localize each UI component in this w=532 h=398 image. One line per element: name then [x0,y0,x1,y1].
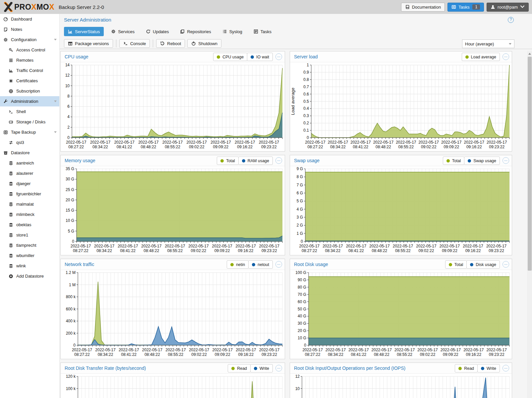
sidebar-item-wbumiller[interactable]: wbumiller [0,250,59,261]
svg-text:12: 12 [65,73,70,78]
package-versions-button[interactable]: Package versions [64,39,113,48]
sidebar-item-malmalat[interactable]: malmalat [0,199,59,209]
sidebar-item-fgruenbichler[interactable]: fgruenbichler [0,189,59,199]
svg-text:08:48:22: 08:48:22 [145,352,160,357]
collapse-panel-icon[interactable] [275,365,282,371]
sidebar-item-add-datastore[interactable]: Add Datastore [0,271,59,281]
legend-cpu-usage[interactable]: CPU usage [213,53,247,61]
sidebar-item-label: Storage / Disks [16,119,45,124]
sidebar-item-wlink[interactable]: wlink [0,261,59,271]
reboot-button[interactable]: Reboot [156,39,185,48]
svg-text:09:16:22: 09:16:22 [238,248,254,253]
sidebar-item-label: wlink [16,263,26,268]
panel-title-root-disk-iops: Root Disk Input/Output Operations per Se… [294,365,405,371]
collapse-panel-icon[interactable] [275,53,282,60]
svg-text:08:34:22: 08:34:22 [328,352,343,357]
brand-part: X [31,3,36,11]
panel-cpu-usage: CPU usageCPU usageIO wait141210864202022… [60,51,285,152]
sidebar-item-label: Tape Backup [11,130,36,135]
tab-tasks[interactable]: Tasks [250,27,275,36]
legend-total[interactable]: Total [443,157,464,165]
sidebar-item-shell[interactable]: Shell [0,106,59,117]
tasks-button[interactable]: Tasks 1 [447,3,484,12]
tab-syslog[interactable]: Syslog [218,27,246,36]
user-menu-button[interactable]: root@pam [487,3,529,12]
tab-services[interactable]: Services [107,27,139,36]
sidebar-item-aantreich[interactable]: aantreich [0,158,59,168]
sidebar-item-notes[interactable]: Notes [0,24,59,34]
tab-serverstatus[interactable]: ServerStatus [64,27,104,36]
shell-icon [9,109,13,114]
charts-grid: CPU usageCPU usageIO wait141210864202022… [60,51,512,398]
svg-text:2022-05-17: 2022-05-17 [487,140,507,145]
svg-text:2022-05-17: 2022-05-17 [325,348,346,352]
toolbar-separator [116,39,116,47]
console-button[interactable]: Console [119,39,150,48]
product-version: Backup Server 2.2-0 [59,4,104,10]
legend-read[interactable]: Read [455,364,478,372]
sidebar-item-dashboard[interactable]: Dashboard [0,14,59,24]
sidebar-item-datastore[interactable]: Datastore [0,148,59,158]
sidebar-item-configuration[interactable]: Configuration [0,34,59,45]
sidebar-item-store1[interactable]: store1 [0,230,59,240]
svg-text:9 G: 9 G [297,166,303,171]
collapse-panel-icon[interactable] [275,157,282,164]
legend-load-average[interactable]: Load average [462,53,500,61]
tab-bar: ServerStatusServicesUpdatesRepositoriesS… [64,27,275,36]
administration-icon [3,99,8,104]
legend-ram-usage[interactable]: RAM usage [238,157,273,165]
svg-text:08:55:22: 08:55:22 [395,248,411,253]
sidebar-item-alauterer[interactable]: alauterer [0,168,59,178]
collapse-panel-icon[interactable] [502,53,509,60]
sidebar-item-mlimbeck[interactable]: mlimbeck [0,209,59,220]
sidebar-item-label: Configuration [11,37,36,42]
legend-netin[interactable]: netin [227,260,249,269]
shutdown-button[interactable]: Shutdown [187,39,221,48]
sidebar-item-traffic-control[interactable]: Traffic Control [0,65,59,76]
svg-text:80 G: 80 G [298,285,306,290]
scrollbar[interactable] [527,51,532,398]
sidebar-item-djaeger[interactable]: djaeger [0,178,59,189]
sidebar-item-qsl3[interactable]: qsl3 [0,137,59,148]
legend-dot-icon [470,263,473,266]
sidebar-item-obektas[interactable]: obektas [0,220,59,230]
documentation-button[interactable]: Documentation [401,3,445,12]
legend-dot-icon [217,55,220,59]
sidebar-item-remotes[interactable]: Remotes [0,55,59,65]
tab-updates[interactable]: Updates [142,27,173,36]
svg-text:2022-05-17: 2022-05-17 [328,140,348,145]
sidebar-item-storage-disks[interactable]: Storage / Disks [0,117,59,127]
scrollbar-thumb[interactable] [528,57,532,271]
collapse-panel-icon[interactable] [502,261,509,268]
sidebar-item-administration[interactable]: Administration [0,96,59,106]
sidebar-item-label: Dashboard [11,17,32,22]
legend-dot-icon [446,159,450,163]
tab-repositories[interactable]: Repositories [176,27,215,36]
user-label: root@pam [498,5,518,10]
collapse-panel-icon[interactable] [502,365,509,371]
sidebar-item-access-control[interactable]: Access Control [0,45,59,55]
legend-swap-usage[interactable]: Swap usage [464,157,500,165]
legend-write[interactable]: Write [477,364,500,372]
sidebar-item-tlamprecht[interactable]: tlamprecht [0,240,59,250]
help-icon[interactable]: ? [508,17,514,23]
svg-text:800 k: 800 k [66,295,76,299]
collapse-panel-icon[interactable] [275,261,282,268]
legend-label: Write [487,366,496,371]
scroll-up-arrow[interactable] [528,53,531,55]
legend-disk-usage[interactable]: Disk usage [466,260,500,269]
svg-text:2022-05-17: 2022-05-17 [348,348,369,352]
svg-text:2022-05-17: 2022-05-17 [212,244,232,248]
legend-read[interactable]: Read [228,364,251,372]
legend-total[interactable]: Total [217,157,238,165]
collapse-panel-icon[interactable] [502,157,509,164]
legend-write[interactable]: Write [250,364,273,372]
sidebar-item-subscription[interactable]: Subscription [0,86,59,96]
sidebar-item-tape-backup[interactable]: Tape Backup [0,127,59,137]
timeframe-select[interactable]: Hour (average) [462,39,514,48]
svg-text:08:27:22: 08:27:22 [74,352,90,357]
legend-netout[interactable]: netout [248,260,273,269]
sidebar-item-certificates[interactable]: Certificates [0,76,59,86]
legend-total[interactable]: Total [445,260,467,269]
legend-io-wait[interactable]: IO wait [247,53,273,61]
